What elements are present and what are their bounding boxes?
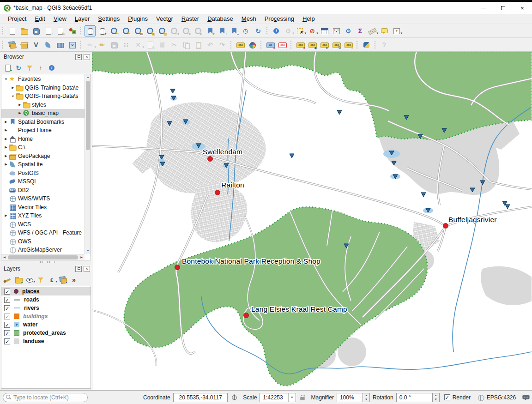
browser-close-icon[interactable]: × xyxy=(84,54,90,60)
collapse-all-button[interactable]: ↑ xyxy=(36,63,46,73)
menu-project[interactable]: Project xyxy=(4,14,30,23)
panel-splitter[interactable] xyxy=(0,260,92,264)
toolbar-grip[interactable] xyxy=(2,27,4,35)
layer-checkbox-places[interactable]: ✓ xyxy=(4,289,10,295)
toolbar-grip[interactable] xyxy=(80,41,82,49)
browser-item-favorites[interactable]: ▼Favorites xyxy=(1,75,85,84)
browser-item-wfs-ogc-api-feature[interactable]: WFS / OGC API - Feature xyxy=(1,229,85,237)
expander-icon[interactable]: ▼ xyxy=(3,78,9,81)
move-label-button[interactable]: ► xyxy=(319,39,330,50)
manage-map-themes-button[interactable]: ▾ xyxy=(24,275,35,285)
browser-item-wcs[interactable]: WCS xyxy=(1,220,85,229)
show-spatial-bookmarks-button[interactable]: + xyxy=(217,25,228,36)
pin-unpin-labels-button[interactable]: ● xyxy=(295,39,306,50)
scroll-down-icon[interactable]: ▼ xyxy=(85,248,91,254)
render-checkbox[interactable]: ✓ xyxy=(444,394,450,400)
open-attribute-table-button[interactable] xyxy=(319,25,330,36)
expander-icon[interactable]: ▶ xyxy=(10,86,16,90)
layer-item-rivers[interactable]: ✓rivers xyxy=(1,304,91,312)
layer-checkbox-roads[interactable]: ✓ xyxy=(4,297,10,303)
cut-features-button[interactable]: ✂ xyxy=(169,39,180,50)
scale-lock-icon[interactable] xyxy=(299,394,305,401)
expander-icon[interactable]: ▶ xyxy=(3,120,9,124)
expander-icon[interactable]: ▶ xyxy=(17,103,23,107)
layer-item-buildings[interactable]: ✓buildings xyxy=(1,312,91,320)
help-contents-button[interactable]: ? xyxy=(379,39,390,50)
layer-checkbox-landuse[interactable]: ✓ xyxy=(4,338,10,344)
show-bookmark-manager-button[interactable]: ≡ xyxy=(229,25,240,36)
browser-horizontal-scrollbar[interactable]: ◀ ▶ xyxy=(1,254,85,260)
toolbar-grip[interactable] xyxy=(2,41,4,49)
menu-mesh[interactable]: Mesh xyxy=(237,14,260,23)
copy-features-button[interactable] xyxy=(181,39,192,50)
coordinate-value[interactable]: 20.5535,-34.0117 xyxy=(173,393,228,402)
zoom-out-button[interactable]: − xyxy=(121,25,132,36)
expander-icon[interactable]: ▶ xyxy=(17,111,23,115)
layer-item-protected_areas[interactable]: ✓protected_areas xyxy=(1,329,91,337)
toolbar-grip[interactable] xyxy=(374,41,376,49)
measure-line-button[interactable]: ▾ xyxy=(367,25,378,36)
run-feature-action-button[interactable]: ⚙▾ xyxy=(283,25,294,36)
layers-float-icon[interactable] xyxy=(75,266,82,272)
layers-close-icon[interactable]: × xyxy=(84,266,90,272)
paste-features-button[interactable] xyxy=(193,39,204,50)
close-button[interactable]: × xyxy=(513,2,532,14)
scroll-up-icon[interactable]: ▲ xyxy=(85,74,91,80)
temporal-controller-button[interactable] xyxy=(241,25,252,36)
collapse-all-layers-button[interactable]: ▾ xyxy=(58,275,68,285)
rotation-down-icon[interactable]: ▼ xyxy=(433,398,439,402)
layer-checkbox-rivers[interactable]: ✓ xyxy=(4,305,10,311)
filter-legend-button[interactable] xyxy=(36,275,46,285)
rotate-label-button[interactable]: ↻ xyxy=(331,39,342,50)
minimize-button[interactable] xyxy=(474,2,493,14)
text-annotation-button[interactable]: ▾ xyxy=(391,25,402,36)
locator-bar[interactable] xyxy=(3,393,88,402)
add-feature-button[interactable]: ∷ xyxy=(121,39,132,50)
field-calculator-button[interactable] xyxy=(331,25,342,36)
rotation-spinbox[interactable]: 0.0 ° ▲▼ xyxy=(396,393,440,402)
statistical-summary-button[interactable]: Σ xyxy=(355,25,366,36)
menu-vector[interactable]: Vector xyxy=(152,14,177,23)
expander-icon[interactable]: ▶ xyxy=(3,154,9,158)
expander-icon[interactable]: ▶ xyxy=(3,137,9,141)
new-print-layout-button[interactable]: + xyxy=(42,25,54,36)
refresh-browser-button[interactable]: ↻ xyxy=(13,63,24,73)
python-console-button[interactable] xyxy=(361,39,372,50)
toggle-editing-button[interactable]: ✏ xyxy=(97,39,108,50)
menu-help[interactable]: Help xyxy=(298,14,319,23)
magnifier-up-icon[interactable]: ▲ xyxy=(363,393,369,398)
save-project-button[interactable] xyxy=(30,25,42,36)
new-temporary-scratch-layer-button[interactable] xyxy=(54,39,66,50)
magnifier-spinbox[interactable]: 100% ▲▼ xyxy=(337,393,370,402)
processing-toolbox-button[interactable]: ⚙ xyxy=(343,25,354,36)
zoom-next-button[interactable]: ► xyxy=(193,25,204,36)
magnifier-down-icon[interactable]: ▼ xyxy=(363,398,369,402)
browser-item-geopackage[interactable]: ▶GeoPackage xyxy=(1,152,85,161)
crs-label[interactable]: EPSG:4326 xyxy=(487,394,516,401)
undo-button[interactable]: ↶ xyxy=(205,39,216,50)
delete-selected-button[interactable] xyxy=(157,39,168,50)
browser-item-project-home[interactable]: ▶Project Home xyxy=(1,126,85,135)
filter-browser-button[interactable] xyxy=(24,63,35,73)
pan-to-selection-button[interactable]: ✦ xyxy=(97,25,108,36)
map-canvas[interactable]: SwellendamRailtonBuffeljagsrivierBontebo… xyxy=(92,52,532,390)
toolbar-grip[interactable] xyxy=(230,41,232,49)
zoom-to-selection-button[interactable]: ▣ xyxy=(145,25,156,36)
toolbar-grip[interactable] xyxy=(260,41,262,49)
layer-checkbox-protected_areas[interactable]: ✓ xyxy=(4,330,10,336)
new-spatialite-layer-button[interactable] xyxy=(42,39,54,50)
messages-icon[interactable] xyxy=(523,394,529,401)
change-label-button[interactable]: ✎ xyxy=(343,39,354,50)
zoom-in-button[interactable]: + xyxy=(109,25,120,36)
layer-item-roads[interactable]: ✓roads xyxy=(1,295,91,304)
modify-attributes-button[interactable]: ✎ xyxy=(145,39,156,50)
expander-icon[interactable]: ▼ xyxy=(10,95,16,98)
browser-item-wms-wmts[interactable]: WMS/WMTS xyxy=(1,194,85,203)
scroll-right-icon[interactable]: ▶ xyxy=(79,254,85,260)
map-tips-button[interactable] xyxy=(379,25,390,36)
menu-raster[interactable]: Raster xyxy=(177,14,203,23)
scroll-left-icon[interactable]: ◀ xyxy=(1,254,7,260)
new-shapefile-layer-button[interactable]: V xyxy=(30,39,42,50)
zoom-native-button[interactable]: 1:1 xyxy=(169,25,180,36)
scale-combo[interactable]: 1:42253 ▼ xyxy=(260,393,296,402)
